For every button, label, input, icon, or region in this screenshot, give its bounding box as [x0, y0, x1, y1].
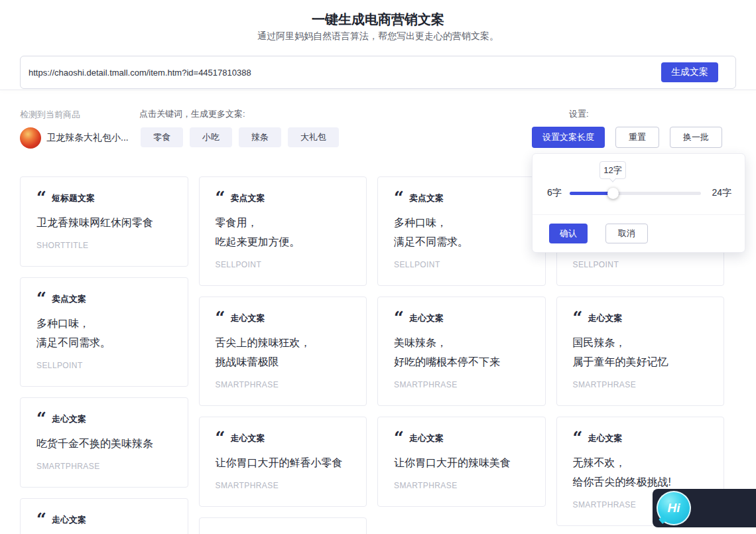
detected-product-label: 检测到当前商品 — [20, 109, 80, 121]
page-title: 一键生成电商营销文案 — [0, 11, 756, 29]
length-slider[interactable] — [570, 192, 701, 195]
detected-product: 卫龙辣条大礼包小... — [20, 127, 129, 149]
card-header: “走心文案 — [36, 413, 172, 426]
copy-card[interactable]: “走心文案让你胃口大开的鲜香小零食SMARTPHRASE — [199, 417, 367, 507]
copy-card[interactable]: “走心文案国民辣条，属于童年的美好记忆SMARTPHRASE — [556, 297, 725, 406]
card-copy-text: 美味辣条，好吃的嘴根本停不下来 — [394, 333, 529, 371]
card-header: “走心文案 — [573, 432, 708, 445]
popup-divider — [533, 214, 745, 215]
card-copy-text: 吃货千金不换的美味辣条 — [36, 434, 172, 453]
copy-card[interactable]: “走心文案舌尖上的辣味狂欢，挑战味蕾极限SMARTPHRASE — [199, 297, 367, 406]
card-copy-text: 舌尖上的辣味狂欢，挑战味蕾极限 — [216, 333, 351, 371]
card-category-tag: SMARTPHRASE — [216, 481, 351, 490]
chat-widget[interactable]: Hi — [653, 489, 756, 527]
card-header: “短标题文案 — [36, 192, 172, 205]
card-type-label: 卖点文案 — [409, 192, 444, 204]
chat-greeting: Hi — [668, 501, 680, 515]
product-image — [20, 127, 41, 149]
card-category-tag: SMARTPHRASE — [36, 462, 172, 471]
card-header: “走心文案 — [573, 312, 708, 325]
card-type-label: 走心文案 — [230, 312, 265, 324]
keyword-pill-2[interactable]: 小吃 — [190, 127, 232, 147]
card-copy-text: 让你胃口大开的鲜香小零食 — [216, 453, 351, 472]
cancel-button[interactable]: 取消 — [605, 224, 648, 243]
card-copy-text: 多种口味，满足不同需求。 — [36, 314, 172, 352]
copy-card[interactable]: “走心文案美味辣条，好吃的嘴根本停不下来SMARTPHRASE — [377, 297, 546, 406]
copy-card[interactable]: “走心文案 — [20, 498, 188, 534]
length-setting-popup: 12字 6字 24字 确认 取消 — [532, 153, 745, 253]
card-header: “走心文案 — [216, 312, 351, 325]
copy-card[interactable]: “卖点文案零食用，吃起来更加方便。SELLPOINT — [199, 176, 367, 286]
card-header: “走心文案 — [36, 513, 172, 527]
quote-icon: “ — [36, 413, 46, 425]
keyword-pill-3[interactable]: 辣条 — [239, 127, 281, 147]
copy-card[interactable]: “走心文案吃货千金不换的美味辣条SMARTPHRASE — [20, 397, 188, 488]
card-category-tag: SMARTPHRASE — [394, 481, 529, 490]
reset-button[interactable]: 重置 — [615, 127, 659, 148]
settings-buttons: 设置文案长度 重置 换一批 — [532, 127, 722, 148]
confirm-button[interactable]: 确认 — [549, 224, 588, 243]
card-type-label: 走心文案 — [52, 413, 86, 425]
keyword-list: 零食小吃辣条大礼包 — [141, 127, 339, 147]
card-column-3: “卖点文案多种口味，满足不同需求。SELLPOINT“走心文案美味辣条，好吃的嘴… — [377, 176, 546, 534]
product-name: 卫龙辣条大礼包小... — [46, 132, 129, 144]
url-bar: 生成文案 — [20, 56, 736, 89]
card-column-1: “短标题文案卫龙香辣味网红休闲零食SHORTTITLE“卖点文案多种口味，满足不… — [20, 176, 188, 534]
quote-icon: “ — [36, 293, 46, 304]
copy-card[interactable]: “走心文案让你胃口大开的辣味美食SMARTPHRASE — [377, 417, 546, 507]
card-type-label: 走心文案 — [409, 432, 444, 444]
card-type-label: 走心文案 — [588, 432, 622, 444]
card-header: “卖点文案 — [36, 293, 172, 306]
copy-card[interactable]: “卖点文案多种口味，满足不同需求。SELLPOINT — [377, 176, 546, 286]
card-copy-text: 多种口味，满足不同需求。 — [394, 213, 529, 251]
card-category-tag: SELLPOINT — [36, 361, 172, 370]
settings-label: 设置: — [569, 108, 589, 120]
card-header: “走心文案 — [394, 432, 529, 445]
quote-icon: “ — [216, 312, 225, 324]
quote-icon: “ — [573, 432, 583, 444]
card-header: “走心文案 — [394, 312, 529, 325]
keyword-pill-4[interactable]: 大礼包 — [288, 127, 339, 147]
copy-card[interactable]: “卖点文案多种口味，满足不同需求。SELLPOINT — [20, 277, 188, 387]
refresh-batch-button[interactable]: 换一批 — [670, 127, 722, 148]
slider-handle[interactable] — [607, 188, 619, 199]
card-header: “卖点文案 — [216, 192, 351, 205]
quote-icon: “ — [216, 192, 225, 204]
page-subtitle: 通过阿里妈妈自然语言算法，帮您写出更走心的营销文案。 — [0, 31, 756, 42]
card-type-label: 走心文案 — [52, 513, 86, 526]
product-url-input[interactable] — [29, 68, 661, 78]
quote-icon: “ — [394, 312, 404, 324]
card-type-label: 短标题文案 — [52, 192, 95, 204]
slider-value-tooltip: 12字 — [599, 161, 626, 179]
quote-icon: “ — [573, 312, 583, 324]
card-header: “卖点文案 — [394, 192, 529, 205]
card-header: “走心文案 — [216, 432, 351, 445]
card-type-label: 卖点文案 — [52, 293, 86, 305]
generate-copy-button[interactable]: 生成文案 — [661, 62, 718, 82]
set-length-button[interactable]: 设置文案长度 — [532, 127, 605, 148]
quote-icon: “ — [36, 192, 46, 204]
card-category-tag: SMARTPHRASE — [216, 380, 351, 389]
keywords-label: 点击关键词，生成更多文案: — [139, 108, 245, 120]
card-category-tag: SHORTTITLE — [36, 241, 172, 250]
quote-icon: “ — [216, 432, 225, 444]
card-copy-text: 无辣不欢，给你舌尖的终极挑战! — [573, 453, 708, 492]
copy-generator-page: 一键生成电商营销文案 通过阿里妈妈自然语言算法，帮您写出更走心的营销文案。 生成… — [0, 0, 756, 534]
card-category-tag: SMARTPHRASE — [573, 380, 708, 389]
slider-fill — [570, 192, 613, 195]
keyword-pill-1[interactable]: 零食 — [141, 127, 183, 147]
card-type-label: 卖点文案 — [230, 192, 265, 204]
card-category-tag: SELLPOINT — [216, 260, 351, 269]
slider-min-label: 6字 — [547, 187, 562, 199]
copy-card[interactable]: “短标题文案卫龙香辣味网红休闲零食SHORTTITLE — [20, 176, 188, 267]
header-divider — [0, 90, 756, 90]
card-category-tag: SMARTPHRASE — [394, 380, 529, 389]
chat-bubble-icon: Hi — [657, 491, 691, 525]
card-type-label: 走心文案 — [409, 312, 444, 324]
quote-icon: “ — [36, 513, 46, 525]
card-copy-text: 国民辣条，属于童年的美好记忆 — [573, 333, 708, 371]
card-type-label: 走心文案 — [230, 432, 265, 444]
copy-card[interactable] — [199, 517, 367, 534]
card-copy-text: 零食用，吃起来更加方便。 — [216, 213, 351, 251]
quote-icon: “ — [394, 432, 404, 444]
